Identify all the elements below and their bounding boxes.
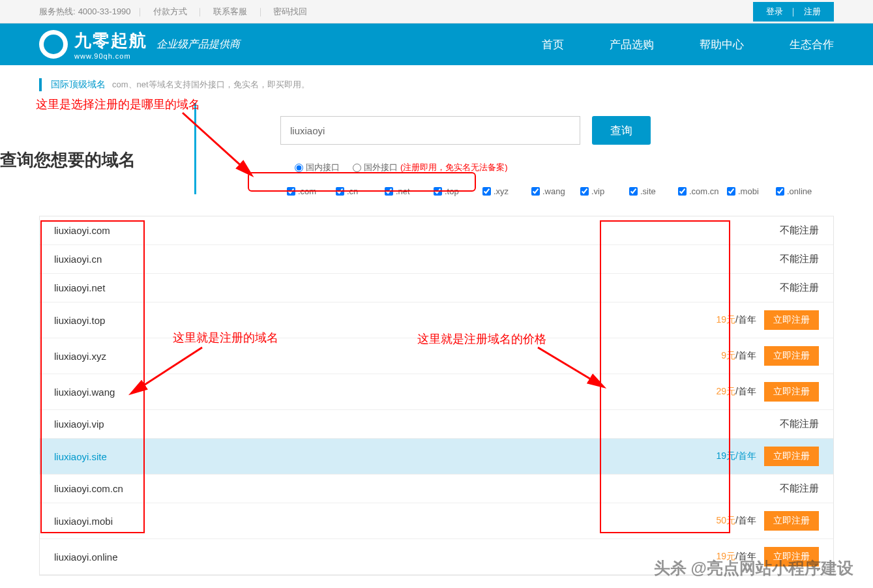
result-status: 不能注册 <box>780 282 819 294</box>
result-row: liuxiaoyi.xyz9元/首年立即注册 <box>40 338 833 374</box>
ext-label: .xyz <box>494 186 509 196</box>
result-price: 19元/首年 <box>717 314 756 326</box>
logo-slogan: 企业级产品提供商 <box>156 38 240 51</box>
logo-text-wrap: 九零起航 www.90qh.com <box>74 29 147 60</box>
radio-domestic-input[interactable] <box>295 164 303 172</box>
search-button[interactable]: 查询 <box>592 116 651 145</box>
top-bar-left: 服务热线:4000-33-1990 ｜ 付款方式 ｜ 联系客服 ｜ 密码找回 <box>39 6 314 18</box>
domain-search-input[interactable] <box>280 116 580 145</box>
nav-home[interactable]: 首页 <box>542 37 564 52</box>
ext-label: .wang <box>542 186 565 196</box>
password-link[interactable]: 密码找回 <box>269 7 311 16</box>
result-status: 不能注册 <box>780 253 819 265</box>
ext-label: .com <box>298 186 316 196</box>
ext-label: .cn <box>347 186 358 196</box>
search-row: 查询 <box>280 116 834 145</box>
result-row: liuxiaoyi.top19元/首年立即注册 <box>40 302 833 338</box>
vert-line <box>194 103 196 194</box>
login-link[interactable]: 登录 <box>762 7 787 16</box>
ext-checkbox[interactable] <box>727 187 735 196</box>
ext-wang[interactable]: .wang <box>531 186 580 196</box>
result-row: liuxiaoyi.com.cn不能注册 <box>40 475 833 503</box>
radio-domestic[interactable]: 国内接口 <box>295 162 340 173</box>
ext-label: .com.cn <box>689 186 719 196</box>
ext-mobi[interactable]: .mobi <box>727 186 776 196</box>
result-price: 50元/首年 <box>717 515 756 527</box>
ext-top[interactable]: .top <box>434 186 482 196</box>
logo-name: 九零起航 <box>74 31 147 50</box>
nav-items: 首页 产品选购 帮助中心 生态合作 <box>542 37 834 52</box>
nav-products[interactable]: 产品选购 <box>610 37 654 52</box>
banner-title: 国际顶级域名 <box>51 79 106 91</box>
ext-checkbox[interactable] <box>531 187 540 196</box>
radio-foreign[interactable]: 国外接口(注册即用，免实名无法备案) <box>353 162 508 173</box>
result-domain: liuxiaoyi.xyz <box>54 351 106 362</box>
result-price: 19元/首年 <box>717 551 756 563</box>
result-price-area: 不能注册 <box>780 418 819 430</box>
result-status: 不能注册 <box>780 482 819 495</box>
svg-line-1 <box>183 113 251 175</box>
register-button[interactable]: 立即注册 <box>764 511 819 531</box>
extension-checkboxes: .com.cn.net.top.xyz.wang.vip.site.com.cn… <box>287 186 834 204</box>
result-price: 9元/首年 <box>721 350 756 362</box>
auth-box: 登录 ｜ 注册 <box>753 2 834 22</box>
ext-site[interactable]: .site <box>629 186 678 196</box>
result-row: liuxiaoyi.wang29元/首年立即注册 <box>40 374 833 410</box>
nav-eco[interactable]: 生态合作 <box>790 37 834 52</box>
result-price: 19元/首年 <box>717 450 756 462</box>
ext-online[interactable]: .online <box>776 186 825 196</box>
sub-banner: 国际顶级域名 com、net等域名支持国外接口，免实名，即买即用。 <box>0 65 873 96</box>
logo-icon <box>39 30 68 59</box>
result-price-area: 不能注册 <box>780 253 819 265</box>
ext-checkbox[interactable] <box>287 187 295 196</box>
register-button[interactable]: 立即注册 <box>764 447 819 466</box>
divider: ｜ <box>136 7 144 16</box>
payment-link[interactable]: 付款方式 <box>149 7 191 16</box>
nav-help[interactable]: 帮助中心 <box>700 37 744 52</box>
ext-checkbox[interactable] <box>580 187 589 196</box>
ext-checkbox[interactable] <box>434 187 442 196</box>
result-price-area: 19元/首年立即注册 <box>717 310 819 330</box>
register-button[interactable]: 立即注册 <box>764 310 819 330</box>
ext-checkbox[interactable] <box>629 187 638 196</box>
result-domain: liuxiaoyi.vip <box>54 419 104 430</box>
logo-area[interactable]: 九零起航 www.90qh.com 企业级产品提供商 <box>39 29 240 60</box>
ext-xyz[interactable]: .xyz <box>482 186 531 196</box>
register-link[interactable]: 注册 <box>800 7 825 16</box>
ext-checkbox[interactable] <box>336 187 344 196</box>
ext-checkbox[interactable] <box>776 187 784 196</box>
divider: ｜ <box>256 7 265 16</box>
result-row: liuxiaoyi.com不能注册 <box>40 216 833 245</box>
auth-divider: ｜ <box>789 7 797 16</box>
ext-label: .net <box>396 186 410 196</box>
main-nav: 九零起航 www.90qh.com 企业级产品提供商 首页 产品选购 帮助中心 … <box>0 23 873 65</box>
radio-foreign-input[interactable] <box>353 164 361 172</box>
register-button[interactable]: 立即注册 <box>764 346 819 366</box>
result-domain: liuxiaoyi.wang <box>54 387 115 398</box>
result-domain: liuxiaoyi.mobi <box>54 516 113 527</box>
radio-foreign-note: (注册即用，免实名无法备案) <box>400 162 508 173</box>
ext-checkbox[interactable] <box>678 187 687 196</box>
radio-foreign-label: 国外接口 <box>364 162 398 173</box>
result-row: liuxiaoyi.net不能注册 <box>40 274 833 302</box>
result-domain: liuxiaoyi.site <box>54 451 107 462</box>
contact-link[interactable]: 联系客服 <box>209 7 251 16</box>
ext-label: .online <box>787 186 812 196</box>
ext-checkbox[interactable] <box>385 187 393 196</box>
ext-com[interactable]: .com <box>287 186 336 196</box>
ext-vip[interactable]: .vip <box>580 186 629 196</box>
register-button[interactable]: 立即注册 <box>764 382 819 402</box>
divider: ｜ <box>196 7 204 16</box>
ext-net[interactable]: .net <box>385 186 434 196</box>
ext-checkbox[interactable] <box>482 187 491 196</box>
annotation-1: 这里是选择注册的是哪里的域名 <box>36 96 200 112</box>
top-bar: 服务热线:4000-33-1990 ｜ 付款方式 ｜ 联系客服 ｜ 密码找回 登… <box>0 0 873 23</box>
result-domain: liuxiaoyi.top <box>54 315 105 326</box>
result-domain: liuxiaoyi.cn <box>54 254 102 265</box>
result-row: liuxiaoyi.online19元/首年立即注册 <box>40 539 833 575</box>
ext-comcn[interactable]: .com.cn <box>678 186 727 196</box>
result-row: liuxiaoyi.site19元/首年立即注册 <box>40 439 833 475</box>
result-price-area: 29元/首年立即注册 <box>717 382 819 402</box>
ext-cn[interactable]: .cn <box>336 186 385 196</box>
register-button[interactable]: 立即注册 <box>764 547 819 566</box>
